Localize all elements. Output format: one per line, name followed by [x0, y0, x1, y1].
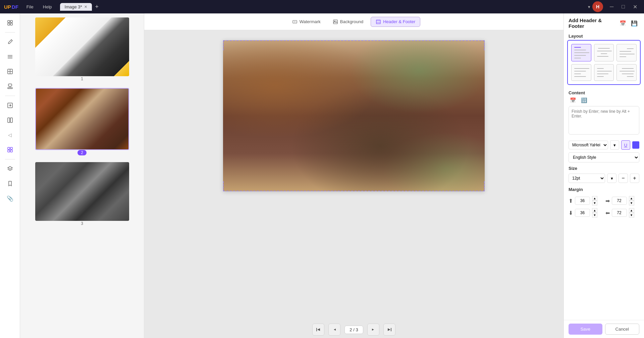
layout-line	[574, 55, 586, 56]
margin-bottom-stepper: ▲ ▼	[592, 208, 597, 218]
stamp-icon[interactable]	[3, 80, 17, 93]
thumbnail-3[interactable]: 3	[24, 162, 140, 226]
watermark-button[interactable]: Watermark	[287, 17, 325, 27]
size-row: 8pt10pt12pt14pt16pt18pt24pt ▾ − +	[569, 174, 639, 183]
maximize-button[interactable]: □	[619, 3, 628, 11]
margin-section: Margin ⬆ 36 ▲ ▼ ➡ 72 ▲ ▼	[564, 185, 644, 221]
layout-line	[574, 71, 586, 71]
layout-option-5[interactable]	[594, 64, 614, 81]
thumbnail-2[interactable]: 2	[24, 88, 140, 155]
layout-line	[620, 71, 635, 71]
prev-page-button[interactable]	[328, 324, 340, 336]
layout-option-6[interactable]	[616, 64, 637, 81]
svg-rect-14	[8, 118, 10, 123]
margin-left-stepper: ▲ ▼	[629, 208, 634, 218]
minimize-button[interactable]: ─	[607, 3, 616, 11]
margin-right-input[interactable]: 72	[612, 197, 627, 205]
tools-icon[interactable]	[3, 143, 17, 156]
panel-save-icon[interactable]: 💾	[629, 19, 639, 27]
help-menu[interactable]: Help	[39, 3, 56, 11]
margin-top-item: ⬆ 36 ▲ ▼	[569, 196, 603, 205]
edit-icon[interactable]	[3, 35, 17, 49]
margin-top-input[interactable]: 36	[575, 197, 590, 205]
margin-bottom-increase[interactable]: ▲	[592, 208, 597, 213]
size-select[interactable]: 8pt10pt12pt14pt16pt18pt24pt	[569, 174, 605, 183]
font-select[interactable]: Microsoft YaHei	[569, 141, 608, 149]
size-dropdown-btn[interactable]: ▾	[607, 174, 616, 183]
header-overlay	[223, 40, 485, 50]
layout-line	[622, 74, 634, 74]
size-label: Size	[569, 166, 639, 172]
layout-line	[574, 50, 586, 50]
margin-left-input[interactable]: 72	[612, 209, 627, 217]
window-controls: ─ □ ✕	[607, 3, 640, 11]
svg-rect-2	[8, 23, 10, 25]
header-footer-button[interactable]: Header & Footer	[371, 17, 420, 27]
tab-area: Image 3* ✕ + ▾ H	[60, 1, 603, 12]
layout-line	[597, 51, 612, 51]
pages-icon[interactable]	[3, 16, 17, 30]
sidebar-toggle-icon[interactable]: ◁	[3, 128, 17, 142]
next-page-button[interactable]	[367, 324, 379, 336]
bookmark-icon[interactable]	[3, 177, 17, 190]
margin-right-stepper: ▲ ▼	[629, 196, 634, 205]
panel-calendar-icon[interactable]: 📅	[618, 19, 628, 27]
content-textarea[interactable]	[569, 106, 639, 135]
grid-icon[interactable]	[3, 65, 17, 78]
background-button[interactable]: Background	[328, 17, 368, 27]
margin-bottom-input[interactable]: 36	[575, 209, 590, 217]
margin-bottom-decrease[interactable]: ▼	[592, 213, 597, 218]
layers-icon[interactable]	[3, 162, 17, 176]
layout-line	[627, 48, 634, 49]
style-select[interactable]: English StyleChinese StyleCustom	[569, 153, 639, 162]
main-area: ◁ 📎 1 2	[0, 13, 644, 338]
svg-rect-16	[8, 147, 10, 149]
layout-option-4[interactable]	[571, 64, 591, 81]
thumb-label-1: 1	[24, 76, 140, 81]
margin-left-item: ⬅ 72 ▲ ▼	[605, 208, 640, 218]
panel-header: Add Header & Footer 📅 💾	[564, 13, 644, 32]
layout-option-3[interactable]	[616, 44, 637, 61]
page-canvas	[223, 40, 485, 191]
calendar-icon-btn[interactable]: 📅	[569, 97, 578, 104]
save-button[interactable]: Save	[569, 324, 602, 335]
svg-rect-11	[8, 88, 12, 89]
margin-right-decrease[interactable]: ▼	[629, 201, 634, 205]
layout-option-1[interactable]	[571, 44, 591, 61]
list-icon[interactable]	[3, 50, 17, 63]
layout-line	[597, 68, 604, 69]
margin-top-increase[interactable]: ▲	[592, 196, 597, 201]
last-page-button[interactable]	[383, 324, 395, 336]
first-page-button[interactable]	[312, 324, 324, 336]
layout-line	[574, 68, 589, 69]
file-menu[interactable]: File	[22, 3, 38, 11]
title-nav: File Help	[22, 3, 56, 11]
color-swatch[interactable]	[632, 141, 639, 149]
tab-close-icon[interactable]: ✕	[84, 5, 87, 9]
margin-left-decrease[interactable]: ▼	[629, 213, 634, 218]
font-dropdown-btn[interactable]: ▾	[610, 140, 619, 150]
attachment-icon[interactable]: 📎	[3, 192, 17, 205]
page-num-icon-btn[interactable]: 🔢	[580, 97, 589, 104]
svg-rect-3	[10, 23, 12, 25]
canvas-area: Watermark Background Header & Footer	[144, 13, 564, 338]
cancel-button[interactable]: Cancel	[605, 324, 640, 335]
margin-top-decrease[interactable]: ▼	[592, 201, 597, 205]
thumbnail-1[interactable]: 1	[24, 17, 140, 81]
size-section: Size 8pt10pt12pt14pt16pt18pt24pt ▾ − +	[564, 164, 644, 185]
user-avatar[interactable]: H	[592, 1, 603, 12]
size-increase-button[interactable]: +	[630, 174, 639, 183]
tab-image3[interactable]: Image 3* ✕	[60, 3, 92, 11]
margin-left-increase[interactable]: ▲	[629, 208, 634, 213]
sidebar-divider-2	[5, 96, 15, 96]
margin-right-increase[interactable]: ▲	[629, 196, 634, 201]
close-button[interactable]: ✕	[630, 3, 640, 11]
dropdown-arrow[interactable]: ▾	[588, 1, 590, 12]
thumbnail-panel: 1 2 3	[20, 13, 144, 338]
extract-icon[interactable]	[3, 99, 17, 112]
underline-button[interactable]: U	[621, 140, 630, 150]
merge-icon[interactable]	[3, 113, 17, 127]
tab-add-button[interactable]: +	[93, 3, 101, 10]
size-decrease-button[interactable]: −	[619, 174, 628, 183]
layout-option-2[interactable]	[594, 44, 614, 61]
